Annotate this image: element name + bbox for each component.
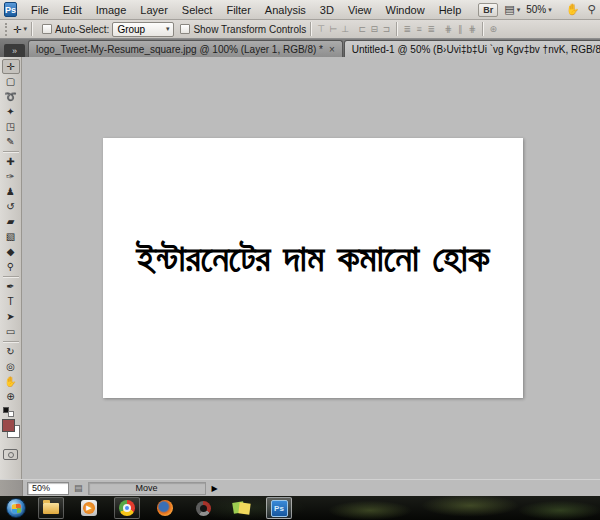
taskbar-ring-app-button[interactable]	[190, 497, 216, 519]
chevron-down-icon: ▾	[517, 6, 521, 14]
spot-healing-brush-tool[interactable]: ✚	[2, 154, 20, 169]
zoom-tool-button[interactable]: ⚲	[584, 3, 600, 16]
zoom-level-control[interactable]: 50% ▾	[524, 4, 554, 15]
tools-panel: ✛ ▢ ➰ ✦ ◳ ✎ ✚ ✑ ♟ ↺ ▰ ▧ ◆ ⚲ ✒ T ➤ ▭ ↻ ◎ …	[0, 57, 22, 479]
lasso-tool[interactable]: ➰	[2, 89, 20, 104]
show-transform-controls-checkbox[interactable]	[180, 24, 190, 34]
auto-select-checkbox[interactable]	[42, 24, 52, 34]
clone-stamp-tool[interactable]: ♟	[2, 184, 20, 199]
document-tab-untitled-1[interactable]: Untitled-1 @ 50% (B›Uvi‡b‡Ui `vg Kgv‡bv …	[344, 40, 600, 57]
pen-tool[interactable]: ✒	[2, 279, 20, 294]
separator	[396, 22, 397, 36]
quick-mask-icon	[8, 452, 14, 458]
menu-item-file[interactable]: File	[24, 2, 56, 18]
quick-selection-tool[interactable]: ✦	[2, 104, 20, 119]
separator	[310, 22, 311, 36]
align-vertical-centers-icon[interactable]: ⊢	[327, 24, 339, 34]
taskbar-explorer-button[interactable]	[38, 497, 64, 519]
status-zoom-input[interactable]: 50%	[27, 482, 69, 495]
distribute-bottom-edges-icon[interactable]: ≣	[425, 24, 437, 34]
menu-item-edit[interactable]: Edit	[56, 2, 89, 18]
current-tool-button[interactable]: ✛ ▾	[13, 24, 27, 35]
distribute-horizontal-centers-icon[interactable]: ∥	[454, 24, 466, 34]
view-extras-icon: ▤	[504, 3, 514, 16]
3d-orbit-tool[interactable]: ◎	[2, 359, 20, 374]
3d-rotate-tool[interactable]: ↻	[2, 344, 20, 359]
rectangle-tool[interactable]: ▭	[2, 324, 20, 339]
path-selection-tool[interactable]: ➤	[2, 309, 20, 324]
zoom-tool[interactable]: ⊕	[2, 389, 20, 404]
separator	[31, 22, 32, 36]
menu-item-3d[interactable]: 3D	[313, 2, 341, 18]
work-area: ✛ ▢ ➰ ✦ ◳ ✎ ✚ ✑ ♟ ↺ ▰ ▧ ◆ ⚲ ✒ T ➤ ▭ ↻ ◎ …	[0, 57, 600, 479]
start-button[interactable]	[6, 498, 26, 518]
align-left-edges-icon[interactable]: ⊏	[356, 24, 368, 34]
menu-item-help[interactable]: Help	[432, 2, 469, 18]
chevron-down-icon: ▾	[548, 6, 552, 14]
menu-item-view[interactable]: View	[341, 2, 379, 18]
align-bottom-edges-icon[interactable]: ⊥	[339, 24, 351, 34]
separator	[482, 22, 483, 36]
menu-item-window[interactable]: Window	[379, 2, 432, 18]
document-tab-bar: » logo_Tweet-My-Resume_square.jpg @ 100%…	[0, 39, 600, 57]
auto-select-dropdown[interactable]: Group ▾	[112, 22, 174, 37]
windows-flag-icon	[11, 503, 21, 513]
document-canvas[interactable]: ইন্টারনেটের দাম কমানো হোক	[103, 138, 523, 398]
show-transform-controls-label: Show Transform Controls	[193, 24, 306, 35]
taskbar-chrome-button[interactable]	[114, 497, 140, 519]
move-tool-icon: ✛	[13, 24, 21, 35]
dodge-tool[interactable]: ⚲	[2, 259, 20, 274]
foreground-color-swatch[interactable]	[2, 419, 15, 432]
brush-tool[interactable]: ✑	[2, 169, 20, 184]
type-tool[interactable]: T	[2, 294, 20, 309]
distribute-right-edges-icon[interactable]: ⋕	[466, 24, 478, 34]
hand-tool[interactable]: ✋	[2, 374, 20, 389]
photoshop-logo[interactable]: Ps	[4, 2, 17, 17]
close-icon[interactable]: ×	[329, 44, 335, 55]
align-right-edges-icon[interactable]: ⊐	[380, 24, 392, 34]
panel-grip[interactable]	[5, 23, 8, 36]
rectangular-marquee-tool[interactable]: ▢	[2, 74, 20, 89]
move-tool[interactable]: ✛	[2, 59, 20, 74]
menu-item-filter[interactable]: Filter	[219, 2, 257, 18]
taskbar-sticky-notes-button[interactable]	[228, 497, 254, 519]
distribute-vertical-centers-icon[interactable]: ≡	[413, 24, 425, 34]
launch-bridge-button[interactable]: Br	[478, 3, 498, 17]
menu-item-layer[interactable]: Layer	[133, 2, 175, 18]
align-top-edges-icon[interactable]: ⊤	[315, 24, 327, 34]
separator	[3, 276, 19, 277]
chevron-down-icon: ▾	[23, 25, 27, 33]
quick-mask-button[interactable]	[3, 449, 18, 460]
menu-item-image[interactable]: Image	[89, 2, 134, 18]
distribute-top-edges-icon[interactable]: ≣	[401, 24, 413, 34]
document-tab-logo-tweet[interactable]: logo_Tweet-My-Resume_square.jpg @ 100% (…	[28, 40, 343, 57]
tab-overflow-button[interactable]: »	[4, 44, 25, 57]
auto-align-layers-icon[interactable]: ⊛	[487, 24, 499, 34]
status-flyout-arrow-icon[interactable]: ▶	[212, 484, 218, 493]
taskbar-media-player-button[interactable]: ▶	[76, 497, 102, 519]
tab-label: Untitled-1 @ 50% (B›Uvi‡b‡Ui `vg Kgv‡bv …	[352, 44, 600, 55]
menu-item-select[interactable]: Select	[175, 2, 220, 18]
auto-select-label: Auto-Select:	[55, 24, 109, 35]
firefox-icon	[157, 500, 173, 516]
chrome-icon	[119, 500, 135, 516]
eyedropper-tool[interactable]: ✎	[2, 134, 20, 149]
blur-tool[interactable]: ◆	[2, 244, 20, 259]
default-colors-icon[interactable]	[3, 407, 14, 417]
menu-item-analysis[interactable]: Analysis	[258, 2, 313, 18]
auto-select-value: Group	[117, 24, 145, 35]
photoshop-icon: Ps	[271, 500, 288, 517]
tab-label: logo_Tweet-My-Resume_square.jpg @ 100% (…	[36, 44, 323, 55]
view-extras-button[interactable]: ▤ ▾	[500, 3, 524, 16]
align-horizontal-centers-icon[interactable]: ⊟	[368, 24, 380, 34]
distribute-left-edges-icon[interactable]: ⋕	[442, 24, 454, 34]
status-tool-display: Move	[88, 482, 206, 495]
hand-tool-button[interactable]: ✋	[562, 3, 584, 16]
eraser-tool[interactable]: ▰	[2, 214, 20, 229]
windows-taskbar: ▶ Ps	[0, 496, 600, 520]
history-brush-tool[interactable]: ↺	[2, 199, 20, 214]
taskbar-firefox-button[interactable]	[152, 497, 178, 519]
crop-tool[interactable]: ◳	[2, 119, 20, 134]
gradient-tool[interactable]: ▧	[2, 229, 20, 244]
taskbar-photoshop-button[interactable]: Ps	[266, 497, 292, 519]
